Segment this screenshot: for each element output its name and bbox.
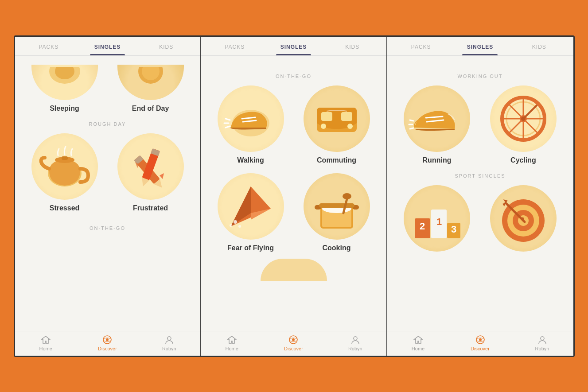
- on-the-go-grid: Walking: [210, 85, 378, 252]
- circle-cycling: [490, 85, 557, 152]
- circle-running: [404, 85, 470, 152]
- nav-label-home-3: Home: [412, 346, 424, 351]
- content-1: Sleeping End of Day ROUGH DAY: [15, 56, 200, 331]
- nav-discover-2[interactable]: Discover: [263, 335, 324, 351]
- nav-robyn-2[interactable]: Robyn: [324, 335, 386, 351]
- nav-label-robyn-3: Robyn: [535, 346, 549, 351]
- tab-kids-2[interactable]: KIDS: [323, 37, 382, 55]
- svg-point-43: [343, 193, 351, 199]
- tab-kids-1[interactable]: KIDS: [137, 37, 196, 55]
- screens-container: PACKS SINGLES KIDS Sleeping: [14, 35, 575, 357]
- item-commuting[interactable]: Commuting: [296, 85, 378, 164]
- nav-label-robyn-1: Robyn: [162, 346, 176, 351]
- tab-singles-3[interactable]: SINGLES: [451, 37, 510, 55]
- svg-point-16: [106, 338, 109, 341]
- item-endofday[interactable]: End of Day: [110, 65, 191, 113]
- svg-marker-75: [502, 203, 506, 206]
- rough-day-grid: Stressed: [24, 133, 191, 212]
- circle-sleeping: [31, 65, 98, 100]
- home-icon-2: [227, 335, 237, 345]
- label-flying: Fear of Flying: [227, 244, 274, 252]
- label-stressed: Stressed: [50, 204, 80, 212]
- label-endofday: End of Day: [132, 105, 169, 113]
- discover-icon-3: [475, 335, 485, 345]
- nav-home-2[interactable]: Home: [201, 335, 263, 351]
- svg-point-33: [234, 220, 237, 224]
- robyn-icon-1: [164, 335, 174, 345]
- screen-1: PACKS SINGLES KIDS Sleeping: [15, 37, 201, 356]
- tab-packs-2[interactable]: PACKS: [206, 37, 265, 55]
- screen-3: PACKS SINGLES KIDS WORKING OUT: [387, 37, 573, 356]
- nav-robyn-1[interactable]: Robyn: [138, 335, 200, 351]
- discover-icon-2: [288, 335, 298, 345]
- svg-point-61: [521, 116, 526, 121]
- svg-point-77: [479, 338, 482, 341]
- svg-point-28: [321, 124, 326, 129]
- screen-2: PACKS SINGLES KIDS ON-THE-GO: [201, 37, 387, 356]
- tab-packs-1[interactable]: PACKS: [19, 37, 78, 55]
- svg-rect-6: [62, 156, 68, 160]
- item-stressed[interactable]: Stressed: [24, 133, 105, 212]
- tab-singles-1[interactable]: SINGLES: [78, 37, 137, 55]
- tab-kids-3[interactable]: KIDS: [510, 37, 569, 55]
- tab-singles-2[interactable]: SINGLES: [264, 37, 323, 55]
- svg-rect-27: [341, 112, 352, 121]
- item-walking[interactable]: Walking: [210, 85, 292, 164]
- svg-text:1: 1: [436, 216, 442, 227]
- nav-label-discover-2: Discover: [284, 346, 303, 351]
- circle-endofday: [117, 65, 184, 100]
- circle-commuting: [304, 85, 370, 152]
- circle-cooking: [304, 173, 370, 240]
- tab-bar-3: PACKS SINGLES KIDS: [387, 37, 573, 56]
- section-on-the-go-2: ON-THE-GO: [210, 74, 378, 79]
- nav-robyn-3[interactable]: Robyn: [511, 335, 573, 351]
- item-cooking[interactable]: Cooking: [296, 173, 378, 252]
- nav-label-discover-1: Discover: [98, 346, 117, 351]
- label-cycling: Cycling: [510, 156, 536, 164]
- circle-stressed: [31, 133, 98, 200]
- item-podium[interactable]: 2 1 3: [396, 185, 478, 256]
- circle-frustrated: [117, 133, 184, 200]
- svg-point-34: [230, 224, 232, 227]
- item-flying[interactable]: Fear of Flying: [210, 173, 292, 252]
- nav-label-home-2: Home: [225, 346, 238, 351]
- item-sleeping[interactable]: Sleeping: [24, 65, 105, 113]
- top-partial-items: Sleeping End of Day: [24, 65, 191, 113]
- label-sleeping: Sleeping: [50, 105, 79, 113]
- svg-marker-13: [160, 173, 164, 179]
- circle-target: [490, 185, 557, 252]
- working-out-grid: Running: [396, 85, 565, 164]
- tab-bar-2: PACKS SINGLES KIDS: [201, 37, 386, 56]
- svg-rect-26: [321, 112, 332, 121]
- svg-point-45: [292, 338, 295, 341]
- svg-rect-41: [319, 203, 354, 208]
- nav-discover-1[interactable]: Discover: [77, 335, 138, 351]
- item-running[interactable]: Running: [396, 85, 478, 164]
- svg-text:3: 3: [451, 224, 456, 235]
- svg-point-47: [354, 337, 357, 340]
- circle-walking: [218, 85, 284, 152]
- section-working-out: WORKING OUT: [396, 74, 565, 79]
- robyn-icon-2: [350, 335, 360, 345]
- item-frustrated[interactable]: Frustrated: [110, 133, 191, 212]
- svg-point-79: [541, 337, 544, 340]
- item-target[interactable]: [483, 185, 565, 256]
- circle-flying: [218, 173, 284, 240]
- content-2: ON-THE-GO: [201, 56, 386, 331]
- label-running: Running: [423, 156, 452, 164]
- nav-home-3[interactable]: Home: [387, 335, 449, 351]
- sport-singles-grid: 2 1 3: [396, 185, 565, 256]
- nav-home-1[interactable]: Home: [15, 335, 77, 351]
- item-cycling[interactable]: Cycling: [483, 85, 565, 164]
- nav-label-robyn-2: Robyn: [348, 346, 362, 351]
- label-cooking: Cooking: [323, 244, 351, 252]
- bottom-nav-1: Home Discover: [15, 331, 200, 356]
- bottom-nav-2: Home Discover: [201, 331, 386, 356]
- bottom-nav-3: Home Discover: [387, 331, 573, 356]
- svg-point-35: [238, 225, 241, 228]
- tab-packs-3[interactable]: PACKS: [392, 37, 451, 55]
- svg-text:2: 2: [420, 221, 425, 232]
- svg-line-24: [226, 119, 230, 120]
- nav-discover-3[interactable]: Discover: [449, 335, 511, 351]
- content-3: WORKING OUT: [387, 56, 573, 331]
